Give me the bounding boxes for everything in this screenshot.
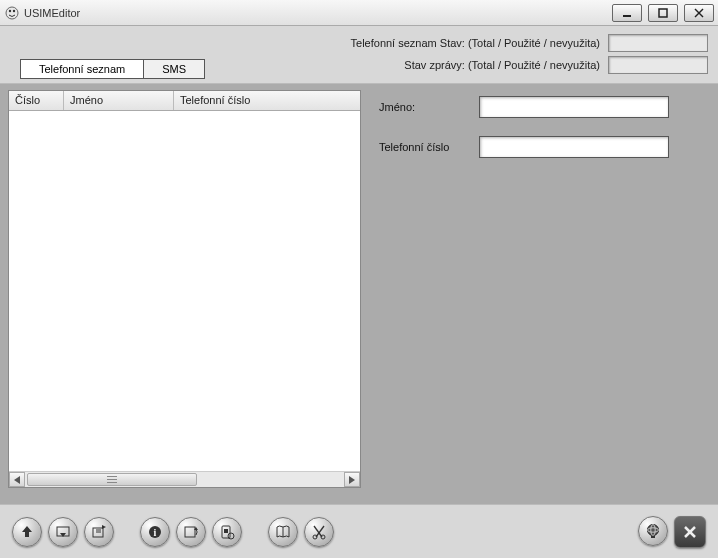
name-input[interactable]: [479, 96, 669, 118]
exit-button[interactable]: [674, 516, 706, 548]
svg-point-28: [648, 524, 659, 535]
table-header: Číslo Jméno Telefonní číslo: [9, 91, 360, 111]
upload-to-sim-button[interactable]: [12, 517, 42, 547]
tab-sms[interactable]: SMS: [144, 59, 205, 79]
table-body[interactable]: [9, 111, 360, 471]
window-titlebar: USIMEditor: [0, 0, 718, 26]
cut-button[interactable]: [304, 517, 334, 547]
svg-marker-8: [349, 476, 355, 484]
svg-point-2: [13, 9, 15, 11]
scroll-left-arrow-icon[interactable]: [9, 472, 25, 487]
phonebook-status-label: Telefonní seznam Stav: (Total / Použité …: [351, 37, 600, 49]
svg-text:i: i: [154, 527, 157, 538]
close-window-button[interactable]: [684, 4, 714, 22]
svg-point-22: [228, 533, 234, 539]
contacts-list-pane: Číslo Jméno Telefonní číslo: [0, 84, 365, 504]
svg-rect-31: [651, 536, 655, 538]
info-button[interactable]: i: [140, 517, 170, 547]
column-number[interactable]: Číslo: [9, 91, 64, 110]
scroll-thumb[interactable]: [27, 473, 197, 486]
column-name[interactable]: Jméno: [64, 91, 174, 110]
phone-input[interactable]: [479, 136, 669, 158]
status-area: Telefonní seznam Stav: (Total / Použité …: [0, 26, 718, 84]
tab-phonebook[interactable]: Telefonní seznam: [20, 59, 144, 79]
window-title: USIMEditor: [24, 7, 606, 19]
phonebook-status-value: [608, 34, 708, 52]
svg-marker-7: [14, 476, 20, 484]
svg-point-1: [9, 9, 11, 11]
new-entry-button[interactable]: [84, 517, 114, 547]
scroll-right-arrow-icon[interactable]: [344, 472, 360, 487]
maximize-button[interactable]: [648, 4, 678, 22]
sim-settings-button[interactable]: [212, 517, 242, 547]
svg-rect-21: [224, 529, 228, 533]
contacts-table: Číslo Jméno Telefonní číslo: [8, 90, 361, 488]
app-icon: [4, 5, 20, 21]
minimize-button[interactable]: [612, 4, 642, 22]
globe-button[interactable]: [638, 516, 668, 546]
svg-marker-15: [102, 525, 106, 529]
svg-marker-9: [22, 526, 32, 537]
download-from-sim-button[interactable]: [48, 517, 78, 547]
svg-rect-18: [185, 527, 195, 537]
address-book-button[interactable]: [268, 517, 298, 547]
bottom-toolbar: i: [0, 504, 718, 558]
tab-bar: Telefonní seznam SMS: [20, 59, 205, 79]
column-phone[interactable]: Telefonní číslo: [174, 91, 360, 110]
svg-rect-4: [659, 9, 667, 17]
contact-form-pane: Jméno: Telefonní číslo: [365, 84, 718, 504]
sms-status-value: [608, 56, 708, 74]
refresh-button[interactable]: [176, 517, 206, 547]
name-field-label: Jméno:: [379, 101, 479, 113]
sms-status-label: Stav zprávy: (Total / Použité / nevyužit…: [404, 59, 600, 71]
svg-point-0: [6, 7, 18, 19]
main-content: Číslo Jméno Telefonní číslo Jméno: Telef…: [0, 84, 718, 504]
horizontal-scrollbar[interactable]: [9, 471, 360, 487]
phone-field-label: Telefonní číslo: [379, 141, 479, 153]
